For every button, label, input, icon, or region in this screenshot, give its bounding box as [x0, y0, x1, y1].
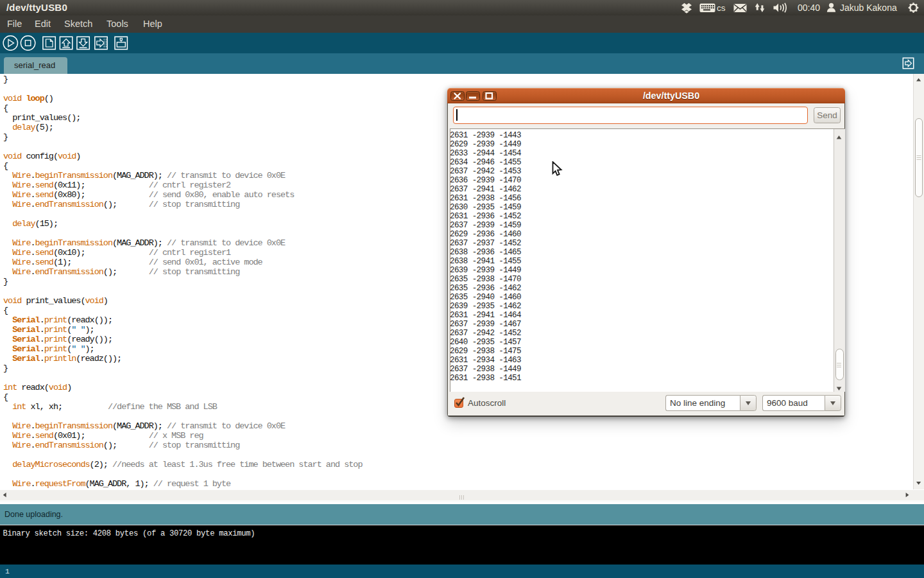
svg-text:cs: cs: [717, 3, 726, 13]
svg-text:Jakub Kakona: Jakub Kakona: [840, 3, 897, 13]
svg-text:00:40: 00:40: [798, 3, 820, 13]
